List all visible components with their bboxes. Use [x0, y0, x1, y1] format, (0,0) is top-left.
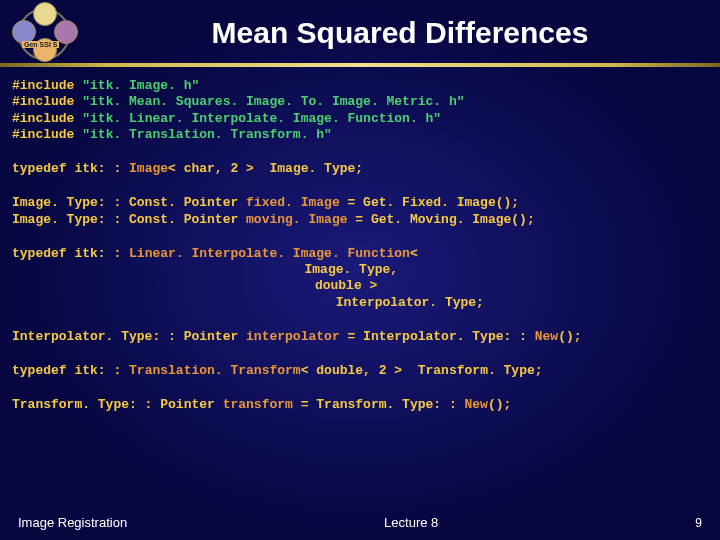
- footer-center: Lecture 8: [384, 515, 438, 530]
- header-divider: [0, 63, 720, 67]
- footer-left: Image Registration: [18, 515, 127, 530]
- code-block: #include "itk. Image. h" #include "itk. …: [12, 78, 708, 432]
- page-number: 9: [695, 516, 702, 530]
- slide-footer: Image Registration Lecture 8 9: [18, 515, 702, 530]
- logo: Gen SSI S: [8, 2, 78, 62]
- slide-title: Mean Squared Differences: [212, 16, 589, 50]
- logo-label: Gen SSI S: [22, 41, 59, 48]
- slide-header: Gen SSI S Mean Squared Differences: [0, 0, 720, 66]
